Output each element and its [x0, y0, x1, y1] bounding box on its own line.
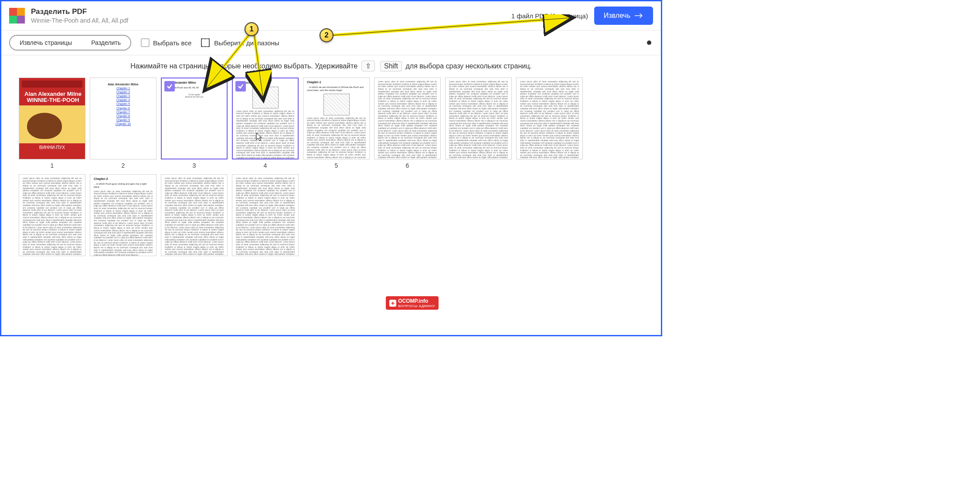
kbd-shift: Shift — [380, 61, 402, 71]
header-titles: Разделить PDF Winnie-The-Pooh and All, A… — [31, 7, 511, 24]
page-number: 6 — [374, 162, 441, 169]
page-item: Lorem ipsum dolor sit amet consectetur a… — [445, 78, 512, 169]
extract-button-label: Извлечь — [604, 12, 630, 20]
annotation-badge-1: 1 — [245, 22, 259, 36]
page-thumbnail[interactable]: Alan Alexander MilneWinnie-the-Pooh and … — [161, 78, 228, 159]
page-title: Разделить PDF — [31, 7, 511, 16]
checkbox-icon — [141, 38, 150, 47]
plus-icon: + — [389, 300, 396, 307]
page-thumbnail[interactable]: Lorem ipsum dolor sit amet consectetur a… — [19, 174, 85, 256]
page-number: 2 — [90, 162, 157, 169]
page-item: Lorem ipsum dolor sit amet consectetur a… — [516, 78, 583, 169]
select-all-label: Выбрать все — [153, 39, 191, 47]
page-item: Lorem ipsum dolor sit amet consectetur a… — [161, 174, 228, 256]
hint-suffix: для выбора сразу нескольких страниц. — [405, 62, 531, 70]
hint-prefix: Нажимайте на страницы, которые необходим… — [130, 62, 357, 70]
page-thumbnail[interactable]: Chapter-1…in which we are introduced to … — [303, 78, 370, 159]
tab-extract-pages[interactable]: Извлечь страницы — [10, 36, 82, 50]
page-item: Lorem ipsum dolor sit amet consectetur a… — [19, 174, 85, 256]
page-thumbnail[interactable]: Lorem ipsum dolor sit amet consectetur a… — [445, 78, 512, 159]
watermark-subtitle: ВОПРОСЫ АДМИНУ — [398, 304, 435, 308]
page-item: Chapter-2…in which Pooh goes visiting an… — [90, 174, 157, 256]
select-all-checkbox[interactable]: Выбрать все — [141, 38, 191, 47]
page-thumbnail[interactable]: Chapter-2…in which Pooh goes visiting an… — [90, 174, 157, 256]
page-item: Lorem ipsum dolor sit amet consectetur a… — [374, 78, 441, 169]
page-thumbnail[interactable]: Lorem ipsum dolor sit amet consectetur a… — [516, 78, 583, 159]
page-thumbnail[interactable]: Lorem ipsum dolor sit amet consectetur a… — [161, 174, 228, 256]
file-name: Winnie-The-Pooh and All, All, All.pdf — [31, 17, 511, 24]
zoom-slider-handle[interactable] — [647, 41, 651, 45]
app-logo-icon — [9, 8, 25, 24]
page-item: Alan Alexander MilneWinnie-the-Pooh and … — [161, 78, 228, 169]
check-icon — [235, 81, 246, 91]
page-thumbnail[interactable]: Lorem ipsum dolor sit amet consectetur a… — [374, 78, 441, 159]
cursor-icon — [255, 132, 263, 142]
page-thumbnail[interactable]: Alan Alexander MilneWINNIE-THE-POOHВИННИ… — [19, 78, 85, 159]
header: Разделить PDF Winnie-The-Pooh and All, A… — [1, 1, 661, 30]
page-number: 4 — [232, 162, 299, 169]
page-item: Chapter-1…in which we are introduced to … — [303, 78, 370, 169]
ranges-icon — [201, 38, 210, 47]
watermark-title: OCOMP.info — [398, 298, 428, 304]
mode-tabs: Извлечь страницы Разделить — [9, 35, 131, 51]
page-number: 5 — [303, 162, 370, 169]
file-info: 1 файл PDF (2 страница) — [511, 12, 588, 20]
tab-split[interactable]: Разделить — [82, 36, 130, 50]
page-thumbnail[interactable]: Alan Alexander MilneChapter-1Chapter-2Ch… — [90, 78, 157, 159]
hint-text: Нажимайте на страницы, которые необходим… — [1, 55, 661, 75]
page-number: 3 — [161, 162, 228, 169]
page-number: 1 — [19, 162, 85, 169]
page-thumbnail[interactable]: Lorem ipsum dolor sit amet consectetur a… — [232, 174, 299, 256]
extract-button[interactable]: Извлечь — [594, 7, 653, 25]
pages-grid: Alan Alexander MilneWINNIE-THE-POOHВИННИ… — [1, 75, 661, 259]
page-item: Lorem ipsum dolor sit amet consectetur a… — [232, 174, 299, 256]
annotation-badge-2: 2 — [320, 28, 333, 42]
select-ranges-button[interactable]: Выберите диапазоны — [201, 38, 279, 47]
arrow-right-icon — [635, 13, 643, 19]
page-item: Alan Alexander MilneChapter-1Chapter-2Ch… — [90, 78, 157, 169]
page-item: IntroductionLorem ipsum dolor sit amet c… — [232, 78, 299, 169]
kbd-shift-symbol: ⇧ — [361, 61, 375, 71]
select-ranges-label: Выберите диапазоны — [214, 39, 279, 47]
page-thumbnail[interactable]: IntroductionLorem ipsum dolor sit amet c… — [232, 78, 299, 159]
check-icon — [164, 81, 175, 91]
watermark: + OCOMP.info ВОПРОСЫ АДМИНУ — [386, 296, 439, 310]
page-item: Alan Alexander MilneWINNIE-THE-POOHВИННИ… — [19, 78, 85, 169]
